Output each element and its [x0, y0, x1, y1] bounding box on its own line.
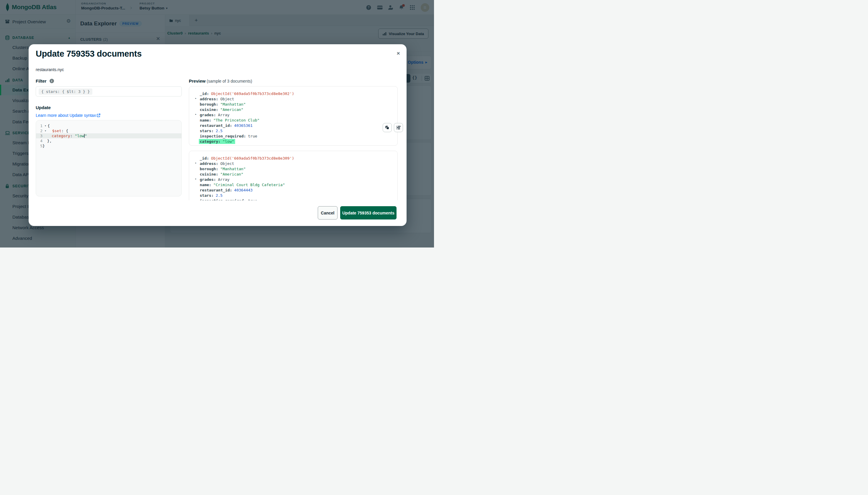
info-icon[interactable]: i	[50, 79, 54, 83]
field-value: 40365361	[234, 123, 253, 128]
editor-lines: 1 ▾ { 2 ▾ $set: { 3 ▾ category: "low"	[36, 123, 182, 148]
link-label: Learn more about Update syntax	[36, 113, 96, 118]
field-key: name:	[200, 118, 211, 122]
fold-arrow-icon[interactable]: ▾	[44, 124, 48, 127]
document-field-row: ▸ grades:Array	[200, 112, 392, 117]
update-documents-button[interactable]: Update 759353 documents	[340, 206, 396, 220]
editor-line[interactable]: 2 ▾ $set: {	[36, 128, 182, 133]
field-value: "Manhattan"	[220, 102, 246, 106]
expand-arrow-icon[interactable]: ▸	[195, 113, 197, 116]
update-code-editor[interactable]: 1 ▾ { 2 ▾ $set: { 3 ▾ category: "low"	[36, 120, 182, 197]
document-field-row: ▸ cuisine:"American"	[200, 171, 392, 177]
fold-arrow-icon[interactable]: ▾	[44, 130, 48, 132]
line-number: 5	[36, 144, 42, 148]
preview-document-wrap: ▸ _id:ObjectId('669ada5f0b7b373cd8e8e309…	[189, 151, 398, 200]
field-value: "American"	[220, 172, 243, 176]
preview-document-card: ▸ _id:ObjectId('669ada5f0b7b373cd8e8e302…	[189, 86, 398, 146]
document-field-row: ▸ stars:2.5	[200, 193, 392, 198]
field-value: Array	[218, 177, 229, 182]
field-value: "low"	[222, 139, 234, 144]
field-key: stars:	[200, 193, 214, 198]
cancel-button[interactable]: Cancel	[318, 206, 338, 220]
format-icon	[396, 126, 401, 130]
field-key: _id:	[200, 91, 209, 96]
line-number: 1	[36, 124, 42, 128]
document-field-row: ▸ borough:"Manhattan"	[200, 166, 392, 171]
field-key: restaurant_id:	[200, 188, 232, 192]
document-field-row: ▸ restaurant_id:40364443	[200, 187, 392, 193]
document-field-row: ▸ name:"Criminal Court Bldg Cafeteria"	[200, 182, 392, 187]
field-key: category:	[200, 139, 220, 144]
editor-line[interactable]: 1 ▾ {	[36, 123, 182, 128]
field-value: "The Princeton Club"	[213, 118, 260, 122]
editor-line[interactable]: 3 ▾ category: "low"	[36, 133, 182, 138]
update-label: Update	[36, 105, 51, 110]
field-key: grades:	[200, 113, 216, 117]
field-key: inspection_required:	[200, 134, 246, 138]
modal-title: Update 759353 documents	[36, 49, 142, 59]
external-link-icon	[97, 114, 100, 117]
field-key: grades:	[200, 177, 216, 182]
expand-arrow-icon[interactable]: ▸	[195, 177, 197, 180]
update-syntax-link[interactable]: Learn more about Update syntax	[36, 113, 100, 118]
preview-heading: Preview (sample of 3 documents)	[189, 79, 252, 84]
field-value: Array	[218, 113, 229, 117]
document-field-row: ▸ inspection_required:true	[200, 133, 392, 139]
close-icon[interactable]: ×	[394, 50, 402, 57]
field-key: address:	[200, 97, 218, 101]
field-value: "Criminal Court Bldg Cafeteria"	[213, 183, 285, 187]
preview-document-card: ▸ _id:ObjectId('669ada5f0b7b373cd8e8e309…	[189, 151, 398, 200]
document-field-row: ▸ inspection_required:true	[200, 198, 392, 200]
document-field-row: ▸ _id:ObjectId('669ada5f0b7b373cd8e8e302…	[200, 91, 392, 96]
preview-document-wrap: ▸ _id:ObjectId('669ada5f0b7b373cd8e8e302…	[189, 86, 398, 146]
update-documents-modal: × Update 759353 documents restaurants.ny…	[29, 44, 407, 226]
modal-namespace: restaurants.nyc	[36, 67, 64, 72]
line-number: 3	[36, 134, 42, 138]
document-field-row: ▸ _id:ObjectId('669ada5f0b7b373cd8e8e309…	[200, 155, 392, 161]
copy-icon	[385, 125, 389, 130]
filter-input[interactable]: { stars: { $lt: 3 } }	[36, 86, 182, 97]
field-value: "American"	[220, 107, 243, 112]
field-key: restaurant_id:	[200, 123, 232, 128]
filter-value: { stars: { $lt: 3 } }	[39, 88, 92, 95]
field-value: Object	[220, 97, 234, 101]
document-field-row: ▸ stars:2.5	[200, 128, 392, 133]
field-key: address:	[200, 161, 218, 166]
field-value: 2.5	[216, 193, 222, 198]
document-field-row: ▸ grades:Array	[200, 177, 392, 182]
expand-arrow-icon[interactable]: ▸	[195, 161, 197, 164]
copy-button[interactable]	[383, 123, 392, 132]
editor-line[interactable]: 5 ▾ }	[36, 143, 182, 148]
field-key: borough:	[200, 102, 218, 106]
editor-line[interactable]: 4 ▾ },	[36, 138, 182, 143]
line-number: 4	[36, 139, 42, 143]
field-value: true	[248, 199, 257, 201]
field-value: 40364443	[234, 188, 253, 192]
document-field-row: ▸ restaurant_id:40365361	[200, 123, 392, 128]
field-key: inspection_required:	[200, 199, 246, 201]
field-value: ObjectId('669ada5f0b7b373cd8e8e309')	[211, 156, 294, 160]
field-key: stars:	[200, 129, 214, 133]
format-button[interactable]	[394, 123, 403, 132]
document-field-row: ▸ cuisine:"American"	[200, 107, 392, 112]
document-field-row: ▸ borough:"Manhattan"	[200, 101, 392, 107]
field-value: "Manhattan"	[220, 167, 246, 171]
field-key: cuisine:	[200, 107, 218, 112]
filter-label: Filter	[36, 79, 47, 84]
line-number: 2	[36, 129, 42, 133]
field-value: true	[248, 134, 257, 138]
field-key: _id:	[200, 156, 209, 160]
field-value: Object	[220, 161, 234, 166]
field-key: borough:	[200, 167, 218, 171]
document-field-row: ▸ category:"low"	[200, 139, 392, 144]
document-field-row: ▸ name:"The Princeton Club"	[200, 117, 392, 123]
field-key: cuisine:	[200, 172, 218, 176]
field-value: ObjectId('669ada5f0b7b373cd8e8e302')	[211, 91, 294, 96]
field-value: 2.5	[216, 129, 222, 133]
expand-arrow-icon[interactable]: ▸	[195, 97, 197, 100]
document-field-row: ▸ address:Object	[200, 96, 392, 101]
field-key: name:	[200, 183, 211, 187]
document-field-row: ▸ address:Object	[200, 161, 392, 166]
